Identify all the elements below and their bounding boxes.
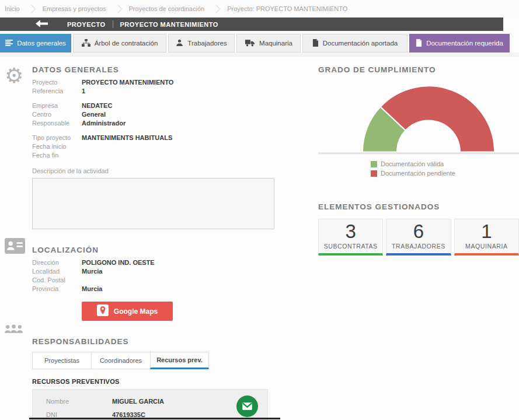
right-column: GRADO DE CUMPLIMIENTO Documentación váli… — [318, 65, 519, 256]
field-row-proyecto: Proyecto PROYECTO MANTENIMIENTO — [32, 78, 277, 87]
responsibilities-tabs: Proyectistas Coordinadores Recursos prev… — [32, 352, 277, 369]
breadcrumb-item-empresas[interactable]: Empresas y proyectos — [43, 5, 106, 12]
tab-datos-generales[interactable]: Datos generales — [0, 34, 71, 52]
legend-swatch-red — [371, 170, 377, 177]
field-label: Dirección — [32, 258, 82, 267]
tab-documentacion-aportada[interactable]: Documentación aportada — [302, 34, 407, 52]
legend-label: Documentación válida — [381, 160, 444, 167]
field-row-cod-postal: Cod. Postal — [32, 276, 277, 285]
field-label: Empresa — [32, 102, 82, 110]
field-label: Provincia — [32, 285, 82, 293]
preventive-resource-card: Nombre MIGUEL GARCIA DNI 47619335C Empre… — [32, 389, 268, 420]
field-row-fecha-fin: Fecha fin — [32, 151, 277, 160]
chevron-right-icon — [113, 4, 122, 13]
tab-recursos-prev[interactable]: Recursos prev. — [150, 352, 209, 369]
field-row-nombre: Nombre MIGUEL GARCIA — [46, 397, 267, 406]
field-label: Tipo proyecto — [32, 134, 82, 142]
field-label: Fecha inicio — [32, 142, 82, 151]
field-value: NEDATEC — [82, 102, 112, 110]
google-maps-label: Google Maps — [114, 307, 158, 316]
field-value: MANTENIMENTS HABITUALS — [82, 134, 172, 142]
field-label: Fecha fin — [32, 151, 82, 160]
tab-arbol-contratacion[interactable]: Árbol de contratación — [73, 34, 166, 52]
tab-label: Documentación aportada — [323, 40, 398, 47]
legend-swatch-green — [371, 161, 377, 167]
list-icon — [5, 40, 13, 47]
main-tabs: Datos generales Árbol de contratación Tr… — [0, 34, 510, 52]
id-card-icon — [5, 238, 25, 256]
field-row-direccion: Dirección POLIGONO IND. OESTE — [32, 258, 277, 267]
field-row-fecha-inicio: Fecha inicio — [32, 142, 277, 151]
managed-elements-cards: 3 SUBCONTRATAS 6 TRABAJADORES 1 MAQUINAR… — [318, 219, 519, 256]
left-column: DATOS GENERALES Proyecto PROYECTO MANTEN… — [32, 65, 277, 420]
field-label: Responsable — [32, 119, 82, 128]
stat-card-trabajadores[interactable]: 6 TRABAJADORES — [386, 219, 451, 256]
tab-maquinaria[interactable]: Maquinaria — [236, 34, 301, 52]
compliance-gauge-chart — [318, 83, 519, 155]
field-label: Nombre — [46, 397, 112, 406]
field-value: Murcia — [82, 285, 102, 293]
legend-label: Documentación pendiente — [381, 170, 455, 177]
description-label: Descripción de la actividad — [32, 167, 277, 174]
grado-cumplimiento-title: GRADO DE CUMPLIMIENTO — [318, 65, 519, 74]
tab-proyectistas[interactable]: Proyectistas — [32, 352, 91, 369]
localizacion-title: LOCALIZACIÓN — [32, 246, 277, 254]
map-pin-icon — [97, 304, 109, 318]
field-row-referencia: Referencia 1 — [32, 87, 277, 96]
gear-icon: ⚙ — [5, 65, 23, 86]
field-label: Centro — [32, 110, 82, 119]
truck-icon — [245, 39, 255, 48]
project-header-bar: PROYECTO PROYECTO MANTENIMIENTO — [0, 18, 503, 31]
stat-value: 3 — [319, 222, 382, 242]
send-email-button[interactable] — [236, 396, 258, 419]
description-textarea[interactable] — [32, 178, 274, 229]
field-label: Proyecto — [32, 78, 82, 87]
stat-label: SUBCONTRATAS — [319, 243, 382, 250]
field-row-localidad: Localidad Murcia — [32, 267, 277, 276]
field-label: Cod. Postal — [32, 276, 82, 285]
elementos-gestionados-title: ELEMENTOS GESTIONADOS — [318, 202, 519, 211]
stat-card-maquinaria[interactable]: 1 MAQUINARIA — [454, 219, 519, 256]
gauge-legend: Documentación válida Documentación pendi… — [371, 160, 519, 177]
field-value: Administrador — [82, 119, 126, 128]
stat-label: TRABAJADORES — [386, 243, 450, 250]
stat-value: 1 — [455, 222, 518, 242]
field-row-tipo-proyecto: Tipo proyecto MANTENIMENTS HABITUALS — [32, 134, 277, 142]
breadcrumb-item-current: Proyecto: PROYECTO MANTENIMIENTO — [227, 5, 347, 12]
field-value: PROYECTO MANTENIMIENTO — [82, 78, 173, 87]
back-button[interactable] — [35, 20, 48, 29]
breadcrumb-item-inicio[interactable]: Inicio — [5, 5, 20, 12]
field-label: Referencia — [32, 87, 82, 96]
tab-label: Documentación requerida — [426, 40, 503, 47]
field-row-provincia: Provincia Murcia — [32, 285, 277, 293]
project-detail-page: Inicio Empresas y proyectos Proyectos de… — [0, 0, 519, 420]
header-section-label: PROYECTO — [67, 21, 106, 28]
tabs-divider — [0, 52, 519, 57]
tab-label: Datos generales — [17, 40, 66, 47]
breadcrumb: Inicio Empresas y proyectos Proyectos de… — [0, 0, 519, 18]
breadcrumb-item-proyectos[interactable]: Proyectos de coordinación — [129, 5, 205, 12]
field-value: MIGUEL GARCIA — [112, 397, 164, 406]
field-value: General — [82, 110, 106, 119]
tab-trabajadores[interactable]: Trabajadores — [168, 34, 235, 52]
legend-item-pendiente: Documentación pendiente — [371, 170, 519, 177]
field-row-responsable: Responsable Administrador — [32, 119, 277, 128]
stat-card-subcontratas[interactable]: 3 SUBCONTRATAS — [318, 219, 383, 256]
field-value: 1 — [82, 87, 85, 96]
header-divider — [113, 20, 113, 28]
tab-label: Maquinaria — [259, 40, 292, 47]
tab-label: Trabajadores — [187, 40, 227, 47]
responsabilidades-title: RESPONSABILIDADES — [32, 337, 277, 346]
document-icon — [312, 39, 319, 48]
org-tree-icon — [82, 39, 90, 48]
tab-coordinadores[interactable]: Coordinadores — [91, 352, 150, 369]
tab-label: Árbol de contratación — [95, 40, 158, 47]
person-icon — [176, 39, 183, 48]
tab-documentacion-requerida[interactable]: Documentación requerida — [409, 34, 510, 52]
google-maps-button[interactable]: Google Maps — [82, 302, 173, 321]
field-label: Localidad — [32, 267, 82, 276]
header-project-title: PROYECTO MANTENIMIENTO — [120, 21, 218, 28]
legend-item-valida: Documentación válida — [371, 160, 519, 167]
field-row-centro: Centro General — [32, 110, 277, 119]
clipped-element-edge — [29, 418, 280, 419]
